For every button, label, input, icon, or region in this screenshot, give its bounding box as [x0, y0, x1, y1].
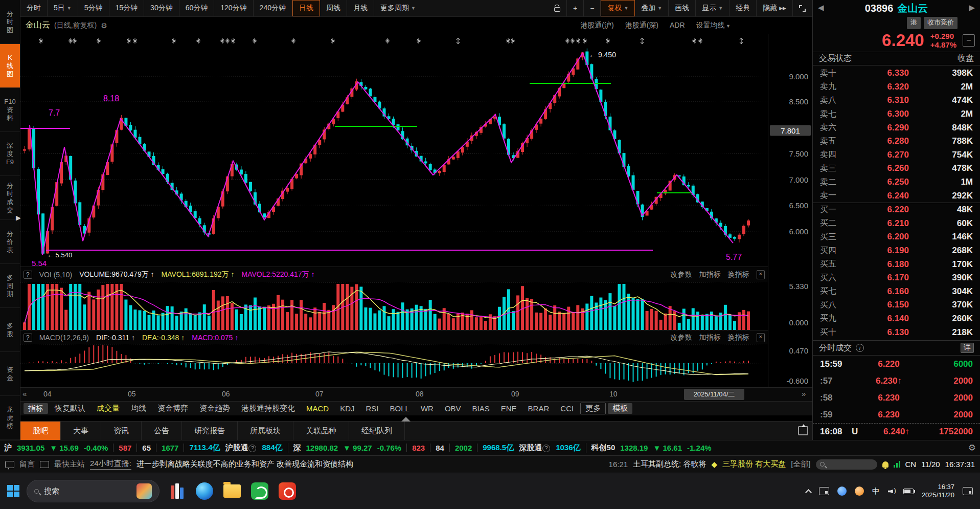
indicator-MACD[interactable]: MACD — [302, 404, 333, 413]
indicator-BIAS[interactable]: BIAS — [468, 404, 494, 413]
prev-stock-arrow-icon[interactable]: ◀ — [818, 3, 824, 12]
collapse-handle-icon[interactable] — [401, 417, 411, 422]
period-button-更多周期[interactable]: 更多周期▼ — [374, 0, 422, 16]
library-app-icon[interactable] — [167, 481, 187, 501]
indicator-BOLL[interactable]: BOLL — [385, 404, 414, 413]
period-button-30分钟[interactable]: 30分钟 — [144, 0, 179, 16]
sidebar-item-duogu[interactable]: 多股 — [0, 308, 20, 352]
bid-row-1[interactable]: 买一6.22048K — [813, 203, 980, 217]
trade-row-0[interactable]: 15:596.2206000 — [813, 356, 980, 372]
action-换指标[interactable]: 换指标 — [728, 270, 749, 279]
help-icon[interactable]: ? — [24, 271, 32, 279]
chart-settings-gear-icon[interactable]: ⚙ — [101, 21, 107, 30]
tab-经纪队列[interactable]: 经纪队列 — [349, 422, 405, 440]
touch-keyboard-icon[interactable] — [963, 487, 973, 495]
statusbar-gear-icon[interactable]: ⚙ — [968, 442, 976, 453]
period-button-日线[interactable]: 日线 — [292, 0, 320, 16]
indicator-BRAR[interactable]: BRAR — [523, 404, 554, 413]
news-headline2[interactable]: 土耳其副总统: 谷歌将 — [633, 459, 706, 469]
title-link-港股通(深)[interactable]: 港股通(深) — [625, 21, 658, 30]
tab-关联品种[interactable]: 关联品种 — [293, 422, 349, 440]
ask-row-1[interactable]: 卖一6.240292K — [813, 189, 980, 203]
fast-server-label[interactable]: 最快主站 — [54, 459, 85, 469]
indicator-WR[interactable]: WR — [416, 404, 438, 413]
ask-row-10[interactable]: 卖十6.330398K — [813, 67, 980, 80]
bid-row-9[interactable]: 买九6.140260K — [813, 312, 980, 326]
file-explorer-icon[interactable] — [222, 481, 242, 501]
next-stock-arrow-icon[interactable]: ▶ — [969, 3, 975, 12]
bid-row-7[interactable]: 买七6.160304K — [813, 285, 980, 299]
ask-row-3[interactable]: 卖三6.260478K — [813, 162, 980, 175]
tool-button-画线[interactable]: 画线 — [669, 0, 696, 16]
period-button-15分钟[interactable]: 15分钟 — [109, 0, 145, 16]
ask-row-7[interactable]: 卖七6.3002M — [813, 107, 980, 121]
bid-row-5[interactable]: 买五6.180170K — [813, 257, 980, 271]
title-link-港股通(沪)[interactable]: 港股通(沪) — [580, 21, 613, 30]
action-换指标[interactable]: 换指标 — [728, 333, 749, 342]
action-加指标[interactable]: 加指标 — [699, 270, 721, 279]
start-button[interactable] — [7, 485, 19, 497]
sidebar-item-longhubang[interactable]: 龙虎榜 — [0, 396, 20, 440]
news-search-input[interactable] — [816, 459, 877, 470]
share-icon[interactable] — [798, 426, 808, 435]
tab-所属板块[interactable]: 所属板块 — [238, 422, 293, 440]
tool-button-显示[interactable]: 显示▼ — [696, 0, 730, 16]
trades-detail-button[interactable]: 详 — [961, 343, 974, 353]
indicator-指标[interactable]: 指标 — [24, 403, 48, 414]
tool-button-经典[interactable]: 经典 — [730, 0, 757, 16]
bid-row-6[interactable]: 买六6.170390K — [813, 271, 980, 285]
indicator-ENE[interactable]: ENE — [496, 404, 521, 413]
period-button-月线[interactable]: 月线 — [347, 0, 374, 16]
macd-chart-canvas[interactable] — [20, 344, 768, 387]
alert-bell-icon[interactable] — [882, 461, 888, 468]
scroll-left-button[interactable]: « — [22, 389, 27, 398]
server-icon[interactable] — [40, 461, 49, 468]
sidebar-item-fenjia-biao[interactable]: 分价表 — [0, 220, 20, 264]
sidebar-item-fenshitu[interactable]: 分时图 — [0, 0, 20, 44]
indicator-资金趋势[interactable]: 资金趋势 — [195, 403, 235, 414]
info-icon[interactable]: i — [856, 344, 864, 352]
stock-app-red-icon[interactable] — [277, 481, 298, 501]
trade-row-1[interactable]: :576.230↑2000 — [813, 372, 980, 389]
tab-公告[interactable]: 公告 — [142, 422, 182, 440]
sidebar-item-duozhouqi[interactable]: 多周期 — [0, 264, 20, 308]
ime-indicator[interactable]: 中 — [872, 486, 880, 496]
tab-股吧[interactable]: 股吧 — [20, 422, 61, 440]
volume-chart-canvas[interactable] — [20, 282, 768, 330]
bid-row-2[interactable]: 买二6.21060K — [813, 217, 980, 231]
indicator-OBV[interactable]: OBV — [440, 404, 466, 413]
help-icon[interactable]: ? — [24, 334, 32, 342]
battery-icon[interactable] — [903, 489, 914, 494]
news-all-link[interactable]: [全部] — [791, 459, 810, 469]
bid-row-8[interactable]: 买八6.150370K — [813, 298, 980, 312]
tab-资讯[interactable]: 资讯 — [101, 422, 142, 440]
taskbar-clock[interactable]: 16:37 2025/11/20 — [922, 483, 954, 499]
kline-chart-canvas[interactable]: 7.78.18← 9.4505.54← 5.5405.77 — [20, 34, 768, 267]
period-button-60分钟[interactable]: 60分钟 — [179, 0, 215, 16]
bid-row-3[interactable]: 买三6.200146K — [813, 230, 980, 244]
sidebar-item-f10-ziliao[interactable]: F10资料 — [0, 88, 20, 132]
ask-row-6[interactable]: 卖六6.290848K — [813, 121, 980, 135]
trade-row-3[interactable]: :596.2302000 — [813, 406, 980, 423]
ask-row-5[interactable]: 卖五6.280788K — [813, 135, 980, 148]
message-label[interactable]: 留言 — [19, 459, 35, 469]
stock-app-green-icon[interactable] — [249, 481, 270, 501]
tray-browser-icon[interactable] — [837, 486, 847, 496]
period-button-分时[interactable]: 分时 — [20, 0, 48, 16]
indicator-恢复默认[interactable]: 恢复默认 — [50, 403, 90, 414]
action-改参数[interactable]: 改参数 — [671, 333, 692, 342]
close-icon[interactable]: × — [757, 270, 765, 279]
period-button-5分钟[interactable]: 5分钟 — [78, 0, 109, 16]
tray-monitor-icon[interactable] — [819, 487, 829, 495]
indicator-成交量[interactable]: 成交量 — [92, 403, 124, 414]
ask-row-2[interactable]: 卖二6.2501M — [813, 175, 980, 189]
ma-setting-link[interactable]: 设置均线 ▼ — [696, 21, 731, 30]
tool-button-lock[interactable] — [548, 0, 567, 16]
live-headline[interactable]: 进一步剥离战略关联度不高的业务和资产 改善现金流和资债结构 — [136, 459, 353, 469]
tool-button-叠加[interactable]: 叠加▼ — [635, 0, 669, 16]
sidebar-item-shendu-f9[interactable]: 深度F9 — [0, 132, 20, 176]
tool-button-复权[interactable]: 复权▼ — [601, 0, 635, 16]
indicator-模板[interactable]: 模板 — [608, 403, 632, 414]
sidebar-item-zijin[interactable]: 资金 — [0, 352, 20, 396]
ask-row-8[interactable]: 卖八6.310474K — [813, 94, 980, 107]
